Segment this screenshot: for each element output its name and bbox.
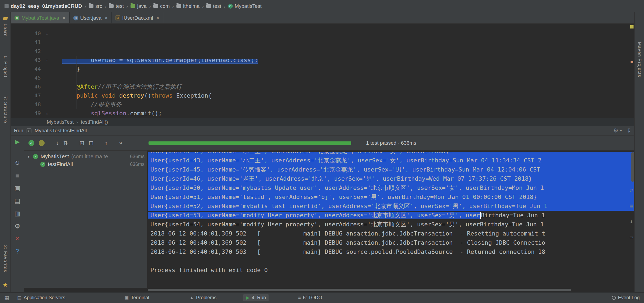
tool-window-button-learn[interactable]: Learn	[3, 24, 8, 37]
scroll-to-end-icon[interactable]: ↓	[630, 217, 633, 226]
scrollbar-thumb[interactable]	[148, 289, 571, 291]
breadcrumb-item[interactable]: testFindAll()	[81, 119, 108, 125]
close-tab-icon[interactable]: ×	[105, 15, 108, 21]
gutter-line: 48	[11, 100, 55, 109]
run-side-toolbar: ▶↻■▣▤▥⚙×?	[11, 136, 24, 292]
console-clipped-line: User{userId=42, userName='小二王', userAddr…	[148, 152, 634, 156]
code-segment: }	[62, 66, 80, 72]
close-tab-icon[interactable]: ×	[62, 15, 65, 21]
swap-source-icon[interactable]: ⇄	[630, 186, 633, 195]
console-output[interactable]: User{userId=42, userName='小二王', userAddr…	[148, 152, 634, 275]
test-status-text: 1 test passed - 636ms	[366, 140, 416, 146]
pin-tab-button[interactable]: ⚙	[15, 223, 20, 229]
test-tree-node[interactable]: ▼✓MybatisTest(com.itheima.te636ms	[24, 153, 147, 161]
editor-gutter: 40▴414243▾444546474849▴	[11, 24, 55, 118]
rerun-button[interactable]: ▶	[15, 139, 20, 145]
problems-icon: ▲	[189, 295, 194, 301]
inspection-indicator-icon[interactable]	[630, 25, 634, 28]
status-bar-item-label: Problems	[196, 295, 216, 301]
status-bar-item-application-servers[interactable]: ▤Application Servers	[17, 295, 65, 301]
line-number: 44	[11, 65, 41, 73]
console-line: User{userId=45, userName='传智播客', userAdd…	[148, 165, 634, 174]
path-item[interactable]: test	[206, 3, 221, 9]
test-node-duration: 636ms	[130, 154, 144, 159]
status-bar: ▦ ▤Application Servers▣Terminal▲Problems…	[0, 292, 644, 303]
hide-panel-icon[interactable]: ↧	[627, 127, 631, 134]
tab-label: User.java	[80, 15, 102, 21]
test-tree[interactable]: ▼✓MybatisTest(com.itheima.te636ms✓testFi…	[24, 151, 148, 288]
path-item[interactable]: CMybatisTest	[228, 3, 262, 9]
breadcrumb-item[interactable]: MybatisTest	[47, 119, 74, 125]
console-vertical-scrollbar[interactable]	[631, 152, 634, 182]
run-panel-content: ✓↓⇅⊞⊟↑» 1 test passed - 636ms ▼✓MybatisT…	[24, 136, 634, 292]
status-bar-item-problems[interactable]: ▲Problems	[189, 295, 216, 301]
fold-marker-icon[interactable]: ▾	[41, 56, 53, 65]
path-item-label: test	[115, 3, 124, 9]
print-console-icon[interactable]: ▭	[630, 232, 633, 241]
collapse-all-icon[interactable]: ⊟	[89, 140, 93, 146]
tool-window-button-1-project[interactable]: 1: Project	[3, 55, 8, 77]
path-item-label: MybatisTest	[235, 3, 262, 9]
code-line: sqlSession.commit();	[62, 109, 634, 118]
path-item[interactable]: itheima	[176, 3, 200, 9]
code-line: userDao = sqlSession.getMapper(IUserDao.…	[62, 59, 634, 65]
code-segment: public void	[77, 92, 119, 99]
test-tree-node[interactable]: ✓testFindAll636ms	[24, 161, 147, 168]
fold-marker-icon[interactable]: ▴	[41, 29, 53, 38]
run-console[interactable]: User{userId=42, userName='小二王', userAddr…	[148, 151, 634, 288]
console-line: User{userId=53, userName='modify User pr…	[148, 211, 634, 220]
path-item[interactable]: src	[89, 3, 102, 9]
status-bar-item-6-todo[interactable]: ≡6: TODO	[298, 295, 322, 301]
path-item[interactable]: java	[131, 3, 147, 9]
sort-alphabetically-icon[interactable]: ↓	[56, 140, 59, 146]
expand-all-icon[interactable]: ⊞	[79, 140, 84, 146]
help-button[interactable]: ?	[16, 248, 19, 255]
code-editor[interactable]: 40▴414243▾444546474849▴ userDao = sqlSes…	[11, 24, 634, 118]
right-tool-stripe: Maven Projects	[634, 12, 644, 292]
error-stripe-mark[interactable]	[631, 61, 633, 63]
status-bar-item-4-run[interactable]: ▶4: Run	[243, 294, 269, 301]
editor-code-area[interactable]: userDao = sqlSession.getMapper(IUserDao.…	[55, 24, 634, 118]
tool-window-button-favorites[interactable]: 2: Favorites	[3, 245, 8, 272]
favorites-star-icon[interactable]: ★	[3, 281, 8, 288]
status-bar-item-terminal[interactable]: ▣Terminal	[124, 295, 149, 301]
tool-window-button-7-structure[interactable]: 7: Structure	[3, 96, 8, 123]
rerun-failed-tests-button[interactable]: ↻	[15, 160, 20, 166]
editor-tab[interactable]: CMybatisTest.java×	[11, 12, 70, 23]
path-item[interactable]: day02_eesy_01mybatisCRUD	[4, 3, 82, 9]
fold-marker-icon[interactable]: ▴	[41, 109, 53, 118]
tree-expander-icon[interactable]: ▼	[27, 155, 31, 159]
previous-occurrence-icon[interactable]: ↑	[105, 140, 108, 146]
sort-by-duration-icon[interactable]: ⇅	[63, 140, 68, 146]
soft-wrap-icon[interactable]: ▤	[630, 201, 633, 210]
editor-tab[interactable]: </>IUserDao.xml×	[112, 12, 163, 23]
toolwindow-switcher-icon[interactable]: ▦	[4, 295, 9, 301]
path-separator: ›	[84, 3, 86, 9]
import-test-results-button[interactable]: ▤	[15, 198, 20, 204]
console-horizontal-scrollbar[interactable]	[24, 288, 634, 292]
close-button[interactable]: ×	[16, 236, 19, 242]
gear-dropdown-icon[interactable]: ▾	[620, 129, 622, 133]
path-item[interactable]: test	[109, 3, 124, 9]
show-ignored-icon[interactable]	[39, 140, 45, 146]
more-options-icon[interactable]: »	[119, 140, 122, 146]
console-line: 2018-06-12 00:40:01,369 502 [ main] DEBU…	[148, 238, 634, 247]
tool-window-button-maven-projects[interactable]: Maven Projects	[637, 42, 642, 77]
test-history-button[interactable]: ▣	[15, 185, 20, 191]
gutter-line: 47	[11, 91, 55, 100]
editor-tab[interactable]: CUser.java×	[70, 12, 112, 23]
folder-icon	[206, 4, 211, 8]
editor-scrollbar[interactable]	[629, 24, 634, 118]
path-separator: ›	[172, 3, 174, 9]
settings-gear-icon[interactable]: ⚙	[613, 127, 618, 134]
restore-layout-button[interactable]: ▥	[15, 211, 20, 217]
path-item[interactable]: com	[153, 3, 170, 9]
close-tab-icon[interactable]: ×	[156, 15, 159, 21]
status-bar-item-label: 6: TODO	[303, 295, 322, 301]
hide-passed-icon[interactable]: ✓	[28, 140, 34, 146]
fold-spacer	[41, 24, 53, 29]
line-number: 45	[11, 73, 41, 82]
line-number: 49	[11, 109, 41, 118]
status-bar-item-event-log[interactable]: Event Log	[612, 295, 640, 301]
stop-button[interactable]: ■	[16, 173, 19, 179]
